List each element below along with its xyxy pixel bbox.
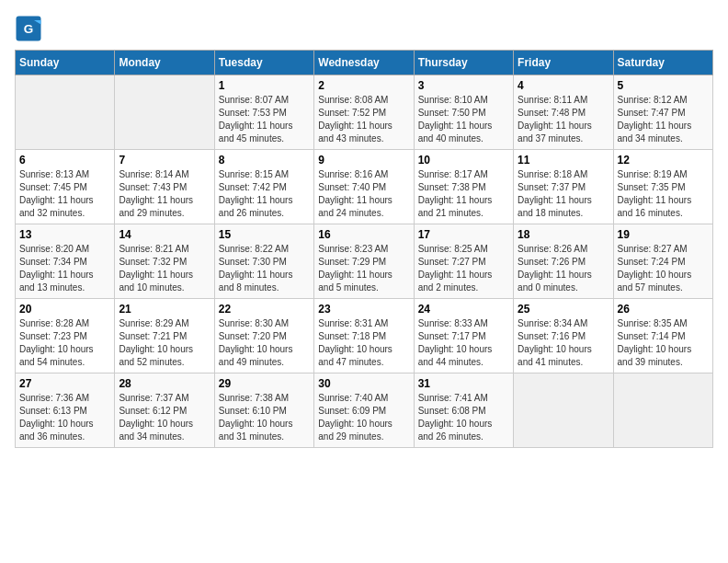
day-info: Sunrise: 8:16 AM Sunset: 7:40 PM Dayligh…: [318, 168, 409, 220]
day-info: Sunrise: 8:27 AM Sunset: 7:24 PM Dayligh…: [618, 243, 709, 294]
calendar-cell: 5Sunrise: 8:12 AM Sunset: 7:47 PM Daylig…: [613, 75, 712, 150]
logo: G: [15, 15, 46, 42]
calendar-cell: 13Sunrise: 8:20 AM Sunset: 7:34 PM Dayli…: [16, 224, 115, 299]
day-number: 31: [418, 377, 509, 390]
calendar-cell: 31Sunrise: 7:41 AM Sunset: 6:08 PM Dayli…: [414, 373, 513, 448]
calendar-cell: 27Sunrise: 7:36 AM Sunset: 6:13 PM Dayli…: [16, 373, 115, 448]
day-number: 2: [318, 79, 409, 92]
calendar-cell: 14Sunrise: 8:21 AM Sunset: 7:32 PM Dayli…: [115, 224, 214, 299]
day-number: 9: [318, 154, 409, 167]
dow-header-tuesday: Tuesday: [214, 51, 313, 75]
day-info: Sunrise: 7:37 AM Sunset: 6:12 PM Dayligh…: [119, 392, 210, 443]
calendar-cell: [16, 75, 115, 150]
day-info: Sunrise: 8:26 AM Sunset: 7:26 PM Dayligh…: [518, 243, 609, 294]
day-info: Sunrise: 8:30 AM Sunset: 7:20 PM Dayligh…: [219, 317, 310, 369]
day-info: Sunrise: 8:20 AM Sunset: 7:34 PM Dayligh…: [19, 243, 110, 294]
calendar-cell: 23Sunrise: 8:31 AM Sunset: 7:18 PM Dayli…: [314, 299, 414, 373]
calendar-table: SundayMondayTuesdayWednesdayThursdayFrid…: [15, 50, 713, 448]
calendar-cell: 4Sunrise: 8:11 AM Sunset: 7:48 PM Daylig…: [514, 75, 613, 150]
calendar-week-3: 13Sunrise: 8:20 AM Sunset: 7:34 PM Dayli…: [16, 224, 713, 299]
day-number: 27: [19, 377, 110, 390]
svg-text:G: G: [24, 22, 34, 36]
day-info: Sunrise: 8:13 AM Sunset: 7:45 PM Dayligh…: [19, 168, 110, 220]
calendar-cell: 11Sunrise: 8:18 AM Sunset: 7:37 PM Dayli…: [514, 150, 613, 224]
calendar-week-1: 1Sunrise: 8:07 AM Sunset: 7:53 PM Daylig…: [16, 75, 713, 150]
day-number: 19: [618, 228, 709, 241]
day-number: 15: [219, 228, 310, 241]
calendar-cell: 22Sunrise: 8:30 AM Sunset: 7:20 PM Dayli…: [214, 299, 313, 373]
logo-icon: G: [15, 15, 42, 42]
calendar-cell: 24Sunrise: 8:33 AM Sunset: 7:17 PM Dayli…: [414, 299, 513, 373]
day-info: Sunrise: 8:35 AM Sunset: 7:14 PM Dayligh…: [618, 317, 709, 369]
day-info: Sunrise: 8:15 AM Sunset: 7:42 PM Dayligh…: [219, 168, 310, 220]
day-number: 29: [219, 377, 310, 390]
calendar-cell: 12Sunrise: 8:19 AM Sunset: 7:35 PM Dayli…: [613, 150, 712, 224]
dow-header-thursday: Thursday: [414, 51, 513, 75]
day-info: Sunrise: 8:17 AM Sunset: 7:38 PM Dayligh…: [418, 168, 509, 220]
calendar-cell: 17Sunrise: 8:25 AM Sunset: 7:27 PM Dayli…: [414, 224, 513, 299]
calendar-cell: [514, 373, 613, 448]
calendar-week-5: 27Sunrise: 7:36 AM Sunset: 6:13 PM Dayli…: [16, 373, 713, 448]
calendar-cell: 20Sunrise: 8:28 AM Sunset: 7:23 PM Dayli…: [16, 299, 115, 373]
calendar-cell: 30Sunrise: 7:40 AM Sunset: 6:09 PM Dayli…: [314, 373, 414, 448]
calendar-cell: 9Sunrise: 8:16 AM Sunset: 7:40 PM Daylig…: [314, 150, 414, 224]
day-number: 6: [19, 154, 110, 167]
calendar-cell: 1Sunrise: 8:07 AM Sunset: 7:53 PM Daylig…: [214, 75, 313, 150]
day-info: Sunrise: 8:31 AM Sunset: 7:18 PM Dayligh…: [318, 317, 409, 369]
day-info: Sunrise: 8:22 AM Sunset: 7:30 PM Dayligh…: [219, 243, 310, 294]
day-number: 5: [618, 79, 709, 92]
day-info: Sunrise: 8:29 AM Sunset: 7:21 PM Dayligh…: [119, 317, 210, 369]
day-number: 24: [418, 303, 509, 316]
day-info: Sunrise: 8:19 AM Sunset: 7:35 PM Dayligh…: [618, 168, 709, 220]
calendar-cell: 6Sunrise: 8:13 AM Sunset: 7:45 PM Daylig…: [16, 150, 115, 224]
calendar-cell: 3Sunrise: 8:10 AM Sunset: 7:50 PM Daylig…: [414, 75, 513, 150]
calendar-body: 1Sunrise: 8:07 AM Sunset: 7:53 PM Daylig…: [16, 75, 713, 448]
calendar-cell: 8Sunrise: 8:15 AM Sunset: 7:42 PM Daylig…: [214, 150, 313, 224]
calendar-cell: 29Sunrise: 7:38 AM Sunset: 6:10 PM Dayli…: [214, 373, 313, 448]
calendar-cell: 10Sunrise: 8:17 AM Sunset: 7:38 PM Dayli…: [414, 150, 513, 224]
calendar-cell: 21Sunrise: 8:29 AM Sunset: 7:21 PM Dayli…: [115, 299, 214, 373]
dow-header-sunday: Sunday: [16, 51, 115, 75]
day-info: Sunrise: 8:14 AM Sunset: 7:43 PM Dayligh…: [119, 168, 210, 220]
page-header: G: [15, 15, 713, 42]
calendar-cell: 16Sunrise: 8:23 AM Sunset: 7:29 PM Dayli…: [314, 224, 414, 299]
day-info: Sunrise: 7:41 AM Sunset: 6:08 PM Dayligh…: [418, 392, 509, 443]
day-number: 3: [418, 79, 509, 92]
day-info: Sunrise: 7:36 AM Sunset: 6:13 PM Dayligh…: [19, 392, 110, 443]
day-info: Sunrise: 8:33 AM Sunset: 7:17 PM Dayligh…: [418, 317, 509, 369]
day-number: 4: [518, 79, 609, 92]
day-number: 7: [119, 154, 210, 167]
day-number: 8: [219, 154, 310, 167]
calendar-cell: 18Sunrise: 8:26 AM Sunset: 7:26 PM Dayli…: [514, 224, 613, 299]
day-info: Sunrise: 8:10 AM Sunset: 7:50 PM Dayligh…: [418, 94, 509, 145]
day-number: 22: [219, 303, 310, 316]
calendar-cell: 26Sunrise: 8:35 AM Sunset: 7:14 PM Dayli…: [613, 299, 712, 373]
calendar-cell: 25Sunrise: 8:34 AM Sunset: 7:16 PM Dayli…: [514, 299, 613, 373]
day-info: Sunrise: 8:18 AM Sunset: 7:37 PM Dayligh…: [518, 168, 609, 220]
calendar-cell: 19Sunrise: 8:27 AM Sunset: 7:24 PM Dayli…: [613, 224, 712, 299]
dow-header-monday: Monday: [115, 51, 214, 75]
day-number: 25: [518, 303, 609, 316]
day-number: 21: [119, 303, 210, 316]
dow-header-wednesday: Wednesday: [314, 51, 414, 75]
day-number: 11: [518, 154, 609, 167]
day-number: 14: [119, 228, 210, 241]
days-of-week-row: SundayMondayTuesdayWednesdayThursdayFrid…: [16, 51, 713, 75]
day-info: Sunrise: 8:25 AM Sunset: 7:27 PM Dayligh…: [418, 243, 509, 294]
day-info: Sunrise: 8:08 AM Sunset: 7:52 PM Dayligh…: [318, 94, 409, 145]
calendar-week-4: 20Sunrise: 8:28 AM Sunset: 7:23 PM Dayli…: [16, 299, 713, 373]
day-info: Sunrise: 8:11 AM Sunset: 7:48 PM Dayligh…: [518, 94, 609, 145]
day-number: 23: [318, 303, 409, 316]
day-info: Sunrise: 8:12 AM Sunset: 7:47 PM Dayligh…: [618, 94, 709, 145]
day-info: Sunrise: 8:34 AM Sunset: 7:16 PM Dayligh…: [518, 317, 609, 369]
calendar-cell: 15Sunrise: 8:22 AM Sunset: 7:30 PM Dayli…: [214, 224, 313, 299]
calendar-cell: 28Sunrise: 7:37 AM Sunset: 6:12 PM Dayli…: [115, 373, 214, 448]
day-number: 1: [219, 79, 310, 92]
calendar-cell: [613, 373, 712, 448]
day-info: Sunrise: 8:28 AM Sunset: 7:23 PM Dayligh…: [19, 317, 110, 369]
day-info: Sunrise: 8:07 AM Sunset: 7:53 PM Dayligh…: [219, 94, 310, 145]
day-number: 28: [119, 377, 210, 390]
day-number: 30: [318, 377, 409, 390]
day-info: Sunrise: 7:38 AM Sunset: 6:10 PM Dayligh…: [219, 392, 310, 443]
day-number: 20: [19, 303, 110, 316]
